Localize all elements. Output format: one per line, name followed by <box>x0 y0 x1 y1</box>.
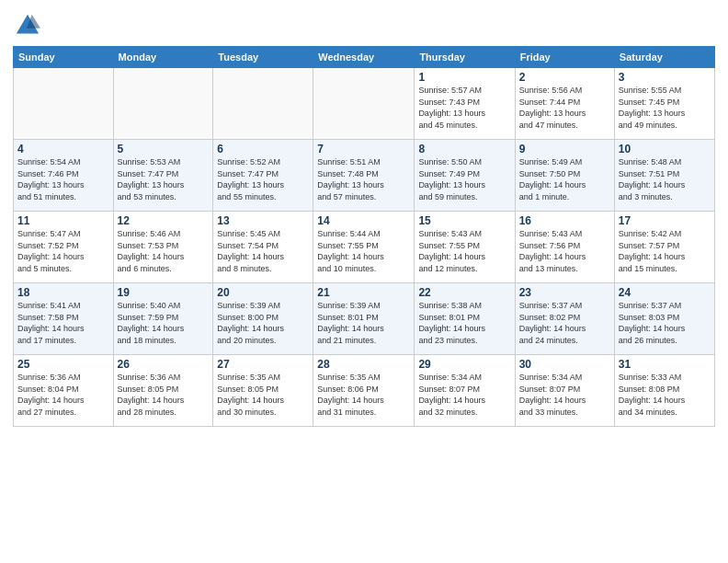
day-number: 11 <box>17 214 109 227</box>
day-number: 4 <box>17 143 109 155</box>
calendar-cell: 17Sunrise: 5:42 AM Sunset: 7:57 PM Dayli… <box>614 212 714 283</box>
day-number: 5 <box>118 143 210 155</box>
calendar-cell: 23Sunrise: 5:37 AM Sunset: 8:02 PM Dayli… <box>515 283 614 355</box>
page-header <box>13 9 715 39</box>
day-number: 21 <box>317 286 410 299</box>
calendar-cell: 14Sunrise: 5:44 AM Sunset: 7:55 PM Dayli… <box>313 212 415 283</box>
day-info: Sunrise: 5:55 AM Sunset: 7:45 PM Dayligh… <box>619 85 711 131</box>
week-row-5: 25Sunrise: 5:36 AM Sunset: 8:04 PM Dayli… <box>14 355 715 427</box>
day-number: 14 <box>317 214 410 227</box>
week-row-1: 1Sunrise: 5:57 AM Sunset: 7:43 PM Daylig… <box>14 68 715 140</box>
day-number: 6 <box>217 143 309 155</box>
day-number: 31 <box>619 358 711 371</box>
day-info: Sunrise: 5:48 AM Sunset: 7:51 PM Dayligh… <box>619 156 711 202</box>
weekday-header-row: SundayMondayTuesdayWednesdayThursdayFrid… <box>14 47 715 68</box>
calendar-cell <box>213 68 313 140</box>
day-number: 12 <box>118 214 210 227</box>
day-info: Sunrise: 5:35 AM Sunset: 8:05 PM Dayligh… <box>217 372 309 418</box>
calendar-cell: 15Sunrise: 5:43 AM Sunset: 7:55 PM Dayli… <box>415 212 515 283</box>
day-info: Sunrise: 5:38 AM Sunset: 8:01 PM Dayligh… <box>418 300 510 346</box>
calendar-cell: 26Sunrise: 5:36 AM Sunset: 8:05 PM Dayli… <box>113 355 213 427</box>
day-number: 8 <box>418 143 510 155</box>
day-number: 9 <box>519 143 610 155</box>
day-number: 29 <box>418 358 510 371</box>
day-info: Sunrise: 5:56 AM Sunset: 7:44 PM Dayligh… <box>519 85 610 131</box>
logo-icon <box>15 13 40 39</box>
weekday-header-wednesday: Wednesday <box>313 47 415 68</box>
day-info: Sunrise: 5:54 AM Sunset: 7:46 PM Dayligh… <box>17 156 109 202</box>
day-info: Sunrise: 5:35 AM Sunset: 8:06 PM Dayligh… <box>317 372 410 418</box>
calendar-cell: 24Sunrise: 5:37 AM Sunset: 8:03 PM Dayli… <box>614 283 714 355</box>
calendar-table: SundayMondayTuesdayWednesdayThursdayFrid… <box>13 46 715 427</box>
day-info: Sunrise: 5:52 AM Sunset: 7:47 PM Dayligh… <box>217 156 309 202</box>
calendar-cell: 19Sunrise: 5:40 AM Sunset: 7:59 PM Dayli… <box>113 283 213 355</box>
calendar-cell: 12Sunrise: 5:46 AM Sunset: 7:53 PM Dayli… <box>113 212 213 283</box>
calendar-cell <box>313 68 415 140</box>
day-number: 26 <box>118 358 210 371</box>
calendar-cell: 27Sunrise: 5:35 AM Sunset: 8:05 PM Dayli… <box>213 355 313 427</box>
week-row-4: 18Sunrise: 5:41 AM Sunset: 7:58 PM Dayli… <box>14 283 715 355</box>
day-info: Sunrise: 5:39 AM Sunset: 8:00 PM Dayligh… <box>217 300 309 346</box>
day-info: Sunrise: 5:49 AM Sunset: 7:50 PM Dayligh… <box>519 156 610 202</box>
calendar-cell: 13Sunrise: 5:45 AM Sunset: 7:54 PM Dayli… <box>213 212 313 283</box>
weekday-header-thursday: Thursday <box>415 47 515 68</box>
calendar-cell: 6Sunrise: 5:52 AM Sunset: 7:47 PM Daylig… <box>213 140 313 212</box>
week-row-3: 11Sunrise: 5:47 AM Sunset: 7:52 PM Dayli… <box>14 212 715 283</box>
day-info: Sunrise: 5:43 AM Sunset: 7:55 PM Dayligh… <box>418 228 510 274</box>
day-info: Sunrise: 5:47 AM Sunset: 7:52 PM Dayligh… <box>17 228 109 274</box>
calendar-cell: 3Sunrise: 5:55 AM Sunset: 7:45 PM Daylig… <box>614 68 714 140</box>
day-info: Sunrise: 5:34 AM Sunset: 8:07 PM Dayligh… <box>519 372 610 418</box>
day-info: Sunrise: 5:53 AM Sunset: 7:47 PM Dayligh… <box>118 156 210 202</box>
weekday-header-sunday: Sunday <box>14 47 114 68</box>
day-number: 18 <box>17 286 109 299</box>
calendar-cell: 25Sunrise: 5:36 AM Sunset: 8:04 PM Dayli… <box>14 355 114 427</box>
day-number: 1 <box>418 71 510 84</box>
day-info: Sunrise: 5:36 AM Sunset: 8:04 PM Dayligh… <box>17 372 109 418</box>
day-number: 16 <box>519 214 610 227</box>
day-info: Sunrise: 5:37 AM Sunset: 8:02 PM Dayligh… <box>519 300 610 346</box>
day-number: 13 <box>217 214 309 227</box>
day-info: Sunrise: 5:34 AM Sunset: 8:07 PM Dayligh… <box>418 372 510 418</box>
day-number: 23 <box>519 286 610 299</box>
weekday-header-saturday: Saturday <box>614 47 714 68</box>
day-info: Sunrise: 5:42 AM Sunset: 7:57 PM Dayligh… <box>619 228 711 274</box>
weekday-header-friday: Friday <box>515 47 614 68</box>
day-info: Sunrise: 5:43 AM Sunset: 7:56 PM Dayligh… <box>519 228 610 274</box>
calendar-cell <box>113 68 213 140</box>
calendar-cell: 29Sunrise: 5:34 AM Sunset: 8:07 PM Dayli… <box>415 355 515 427</box>
calendar-cell <box>14 68 114 140</box>
day-number: 24 <box>619 286 711 299</box>
day-info: Sunrise: 5:37 AM Sunset: 8:03 PM Dayligh… <box>619 300 711 346</box>
day-number: 27 <box>217 358 309 371</box>
day-info: Sunrise: 5:45 AM Sunset: 7:54 PM Dayligh… <box>217 228 309 274</box>
calendar-cell: 7Sunrise: 5:51 AM Sunset: 7:48 PM Daylig… <box>313 140 415 212</box>
calendar-cell: 21Sunrise: 5:39 AM Sunset: 8:01 PM Dayli… <box>313 283 415 355</box>
day-info: Sunrise: 5:33 AM Sunset: 8:08 PM Dayligh… <box>619 372 711 418</box>
page-container: SundayMondayTuesdayWednesdayThursdayFrid… <box>0 0 728 436</box>
day-number: 28 <box>317 358 410 371</box>
calendar-cell: 31Sunrise: 5:33 AM Sunset: 8:08 PM Dayli… <box>614 355 714 427</box>
day-number: 7 <box>317 143 410 155</box>
calendar-cell: 18Sunrise: 5:41 AM Sunset: 7:58 PM Dayli… <box>14 283 114 355</box>
day-number: 20 <box>217 286 309 299</box>
day-number: 25 <box>17 358 109 371</box>
calendar-cell: 5Sunrise: 5:53 AM Sunset: 7:47 PM Daylig… <box>113 140 213 212</box>
calendar-cell: 20Sunrise: 5:39 AM Sunset: 8:00 PM Dayli… <box>213 283 313 355</box>
day-number: 22 <box>418 286 510 299</box>
day-number: 19 <box>118 286 210 299</box>
day-number: 2 <box>519 71 610 84</box>
week-row-2: 4Sunrise: 5:54 AM Sunset: 7:46 PM Daylig… <box>14 140 715 212</box>
calendar-cell: 1Sunrise: 5:57 AM Sunset: 7:43 PM Daylig… <box>415 68 515 140</box>
day-number: 17 <box>619 214 711 227</box>
logo <box>13 13 40 39</box>
calendar-cell: 8Sunrise: 5:50 AM Sunset: 7:49 PM Daylig… <box>415 140 515 212</box>
day-number: 10 <box>619 143 711 155</box>
calendar-cell: 28Sunrise: 5:35 AM Sunset: 8:06 PM Dayli… <box>313 355 415 427</box>
day-info: Sunrise: 5:40 AM Sunset: 7:59 PM Dayligh… <box>118 300 210 346</box>
day-number: 3 <box>619 71 711 84</box>
day-info: Sunrise: 5:50 AM Sunset: 7:49 PM Dayligh… <box>418 156 510 202</box>
day-info: Sunrise: 5:41 AM Sunset: 7:58 PM Dayligh… <box>17 300 109 346</box>
calendar-cell: 2Sunrise: 5:56 AM Sunset: 7:44 PM Daylig… <box>515 68 614 140</box>
day-info: Sunrise: 5:57 AM Sunset: 7:43 PM Dayligh… <box>418 85 510 131</box>
day-number: 30 <box>519 358 610 371</box>
